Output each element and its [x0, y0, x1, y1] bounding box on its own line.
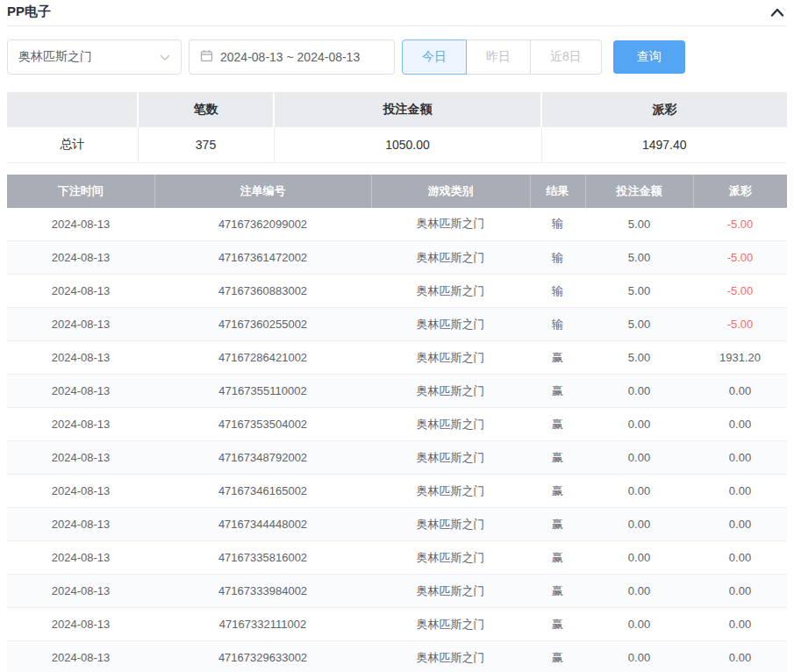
table-row: 2024-08-1347167344448002奥林匹斯之门赢0.000.00	[7, 508, 787, 541]
cell-result: 赢	[530, 508, 585, 541]
cell-bet-amount: 0.00	[585, 541, 693, 575]
cell-result: 赢	[530, 408, 585, 441]
cell-bet-time: 2024-08-13	[7, 508, 154, 541]
cell-order-id: 47167332111002	[154, 608, 371, 641]
game-select-value: 奥林匹斯之门	[18, 49, 92, 65]
cell-game-type: 奥林匹斯之门	[371, 441, 530, 475]
header-bet-time: 下注时间	[7, 175, 154, 208]
summary-total-label: 总计	[7, 127, 138, 162]
cell-order-id: 47167346165002	[154, 475, 371, 508]
cell-result: 输	[530, 308, 585, 341]
cell-bet-time: 2024-08-13	[7, 575, 154, 608]
cell-bet-time: 2024-08-13	[7, 241, 154, 275]
cell-bet-time: 2024-08-13	[7, 208, 154, 241]
cell-bet-amount: 0.00	[585, 641, 693, 672]
cell-payout: 0.00	[693, 475, 787, 508]
cell-game-type: 奥林匹斯之门	[371, 275, 530, 308]
cell-result: 赢	[530, 575, 585, 608]
cell-game-type: 奥林匹斯之门	[371, 541, 530, 575]
cell-game-type: 奥林匹斯之门	[371, 608, 530, 641]
summary-header-payout: 派彩	[541, 92, 787, 127]
cell-game-type: 奥林匹斯之门	[371, 408, 530, 441]
last-8-days-button[interactable]: 近8日	[530, 39, 602, 75]
cell-payout: -5.00	[693, 308, 787, 341]
cell-bet-time: 2024-08-13	[7, 475, 154, 508]
table-row: 2024-08-1347167353504002奥林匹斯之门赢0.000.00	[7, 408, 787, 441]
cell-bet-amount: 5.00	[585, 208, 693, 241]
cell-game-type: 奥林匹斯之门	[371, 641, 530, 672]
table-row: 2024-08-1347167346165002奥林匹斯之门赢0.000.00	[7, 475, 787, 508]
search-button[interactable]: 查询	[613, 40, 685, 74]
cell-payout: 0.00	[693, 441, 787, 475]
cell-bet-amount: 0.00	[585, 475, 693, 508]
cell-result: 赢	[530, 608, 585, 641]
cell-bet-amount: 0.00	[585, 608, 693, 641]
cell-game-type: 奥林匹斯之门	[371, 508, 530, 541]
summary-total-bet-amount: 1050.00	[274, 127, 541, 162]
cell-bet-amount: 0.00	[585, 375, 693, 408]
cell-bet-time: 2024-08-13	[7, 541, 154, 575]
cell-bet-amount: 5.00	[585, 275, 693, 308]
table-row: 2024-08-1347167332111002奥林匹斯之门赢0.000.00	[7, 608, 787, 641]
table-row: 2024-08-1347167362099002奥林匹斯之门输5.00-5.00	[7, 208, 787, 241]
cell-game-type: 奥林匹斯之门	[371, 308, 530, 341]
table-row: 2024-08-1347167355110002奥林匹斯之门赢0.000.00	[7, 375, 787, 408]
cell-order-id: 47167360883002	[154, 275, 371, 308]
cell-order-id: 47167335816002	[154, 541, 371, 575]
cell-payout: 0.00	[693, 408, 787, 441]
cell-payout: 0.00	[693, 608, 787, 641]
date-range-input[interactable]: 2024-08-13 ~ 2024-08-13	[189, 39, 395, 75]
collapse-chevron-up-icon[interactable]	[768, 4, 787, 20]
quick-date-buttons: 今日 昨日 近8日	[402, 39, 602, 75]
header-result: 结果	[530, 175, 585, 208]
cell-game-type: 奥林匹斯之门	[371, 575, 530, 608]
cell-result: 赢	[530, 475, 585, 508]
cell-payout: 0.00	[693, 508, 787, 541]
chevron-down-icon	[160, 50, 170, 64]
table-row: 2024-08-1347167286421002奥林匹斯之门赢5.001931.…	[7, 341, 787, 375]
yesterday-button[interactable]: 昨日	[466, 39, 531, 75]
cell-bet-amount: 0.00	[585, 408, 693, 441]
cell-game-type: 奥林匹斯之门	[371, 341, 530, 375]
header-payout: 派彩	[693, 175, 787, 208]
table-row: 2024-08-1347167333984002奥林匹斯之门赢0.000.00	[7, 575, 787, 608]
cell-order-id: 47167360255002	[154, 308, 371, 341]
panel-header: PP电子	[7, 0, 787, 26]
header-bet-amount: 投注金额	[585, 175, 693, 208]
cell-order-id: 47167344448002	[154, 508, 371, 541]
cell-bet-time: 2024-08-13	[7, 608, 154, 641]
cell-game-type: 奥林匹斯之门	[371, 475, 530, 508]
cell-bet-time: 2024-08-13	[7, 308, 154, 341]
cell-result: 赢	[530, 341, 585, 375]
cell-payout: 0.00	[693, 541, 787, 575]
summary-header-count: 笔数	[138, 92, 274, 127]
table-row: 2024-08-1347167360883002奥林匹斯之门输5.00-5.00	[7, 275, 787, 308]
calendar-icon	[200, 49, 213, 65]
cell-order-id: 47167333984002	[154, 575, 371, 608]
bet-table-body: 2024-08-1347167362099002奥林匹斯之门输5.00-5.00…	[7, 208, 787, 672]
cell-order-id: 47167361472002	[154, 241, 371, 275]
cell-order-id: 47167286421002	[154, 341, 371, 375]
cell-result: 输	[530, 275, 585, 308]
cell-bet-time: 2024-08-13	[7, 641, 154, 672]
page-title: PP电子	[7, 4, 51, 20]
cell-game-type: 奥林匹斯之门	[371, 375, 530, 408]
cell-result: 输	[530, 241, 585, 275]
summary-header-row: 笔数 投注金额 派彩	[7, 92, 787, 127]
summary-header-bet-amount: 投注金额	[274, 92, 541, 127]
cell-order-id: 47167355110002	[154, 375, 371, 408]
cell-bet-amount: 0.00	[585, 575, 693, 608]
game-select[interactable]: 奥林匹斯之门	[7, 39, 182, 75]
cell-bet-time: 2024-08-13	[7, 441, 154, 475]
bet-table: 下注时间 注单编号 游戏类别 结果 投注金额 派彩 2024-08-134716…	[7, 175, 787, 672]
pp-electronic-report-panel: PP电子 奥林匹斯之门 2024-08-13 ~ 2024-08-13	[0, 0, 794, 672]
cell-order-id: 47167348792002	[154, 441, 371, 475]
cell-bet-time: 2024-08-13	[7, 375, 154, 408]
cell-payout: 0.00	[693, 641, 787, 672]
cell-payout: 0.00	[693, 575, 787, 608]
cell-result: 赢	[530, 641, 585, 672]
table-row: 2024-08-1347167360255002奥林匹斯之门输5.00-5.00	[7, 308, 787, 341]
cell-result: 赢	[530, 441, 585, 475]
summary-total-payout: 1497.40	[541, 127, 787, 162]
today-button[interactable]: 今日	[402, 39, 467, 75]
